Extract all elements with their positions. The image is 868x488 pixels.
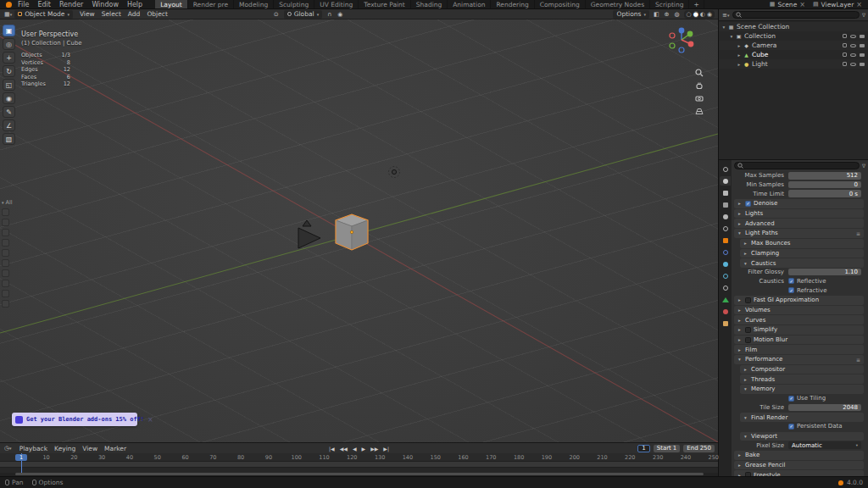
outliner-row-camera[interactable]: ▸◆Camera [719,41,868,50]
left-list-item[interactable] [2,259,9,267]
hide-eye-icon[interactable] [850,63,856,66]
expand-caret-icon[interactable]: ▾ [728,34,735,39]
outliner-search-input[interactable] [732,11,860,19]
workspace-tab-scripting[interactable]: Scripting [650,0,689,8]
gizmo-z-neg[interactable] [679,47,684,53]
expand-caret-icon[interactable]: ▸ [736,43,743,48]
banner-close-icon[interactable]: × [147,416,153,424]
expand-caret-icon[interactable]: ▸ [743,377,748,382]
value-field[interactable]: 0 [788,181,861,189]
panel-freestyle[interactable]: ▸Freestyle [734,470,864,476]
expand-caret-icon[interactable]: ▸ [737,337,743,342]
panel-performance[interactable]: ▾Performance≡ [734,355,864,364]
properties-tab-material[interactable] [720,307,731,316]
panel-checkbox[interactable] [745,337,751,343]
outliner-row-scene-collection[interactable]: ▾▦Scene Collection [719,22,868,31]
panel-simplify[interactable]: ▸Simplify [734,325,864,335]
expand-caret-icon[interactable]: ▸ [737,318,743,323]
pan-hand-icon[interactable] [695,81,704,90]
shading-material-icon[interactable]: ◐ [700,11,705,18]
properties-tab-object-data[interactable] [720,295,731,304]
checkbox[interactable]: ✓ [788,287,794,293]
panel-volumes[interactable]: ▸Volumes [734,306,864,315]
view-layer-selector[interactable]: ▤ ViewLayer × [813,1,862,8]
tool-add-cube[interactable]: ▧ [3,133,15,145]
value-field[interactable]: 512 [788,172,861,180]
workspace-tab-compositing[interactable]: Compositing [535,0,586,8]
gizmo-x-axis[interactable] [688,42,694,47]
panel-film[interactable]: ▸Film [734,345,864,354]
viewport-canvas[interactable]: ▣◎+↻◱◉✎∠▧ User Perspective (1) Collectio… [0,19,718,442]
chevron-down-icon[interactable]: ▾ [2,200,4,205]
options-dropdown[interactable]: Options ▾ [613,10,648,19]
gizmo-z-axis[interactable] [679,28,685,34]
properties-tab-scene[interactable] [720,212,731,221]
panel-checkbox[interactable]: ✓ [745,201,751,207]
preset-menu-icon[interactable]: ≡ [856,230,860,236]
gizmos-toggle-icon[interactable]: ⊕ [664,11,670,18]
properties-tab-view-layer[interactable] [720,200,731,209]
workspace-tab-texture-paint[interactable]: Texture Paint [359,0,410,8]
left-list-item[interactable] [2,219,9,226]
left-list-item[interactable] [2,290,9,297]
navigation-gizmo[interactable] [666,25,697,58]
expand-caret-icon[interactable]: ▸ [737,221,743,226]
outliner-row-cube[interactable]: ▸▲Cube [719,50,868,59]
left-list-item[interactable] [2,208,9,216]
editor-type-icon[interactable]: ▦▾ [3,11,13,18]
value-field[interactable]: 2048 [788,404,861,412]
timeline-tracks[interactable] [0,462,718,473]
checkbox[interactable]: ✓ [788,424,794,430]
proportional-editing-icon[interactable]: ◉ [337,11,343,18]
preset-menu-icon[interactable]: ≡ [856,357,860,363]
menu-help[interactable]: Help [123,0,147,8]
panel-bake[interactable]: ▸Bake [734,451,864,460]
jump-to-start-button[interactable]: |◀ [327,446,337,452]
panel-caustics[interactable]: ▾Caustics [740,258,864,268]
panel-max-bounces[interactable]: ▸Max Bounces [740,239,864,248]
frame-end-field[interactable]: End 250 [683,445,715,452]
expand-caret-icon[interactable]: ▸ [737,327,743,332]
perspective-toggle-icon[interactable] [695,107,704,115]
exclude-checkbox[interactable] [843,62,847,66]
panel-motion-blur[interactable]: ▸Motion Blur [734,336,864,345]
zoom-icon[interactable] [695,69,704,77]
expand-caret-icon[interactable]: ▸ [736,53,743,58]
hide-eye-icon[interactable] [850,35,856,38]
filter-icon[interactable]: ∇ [862,163,865,169]
panel-threads[interactable]: ▸Threads [740,374,864,384]
expand-caret-icon[interactable]: ▸ [737,211,743,216]
properties-tab-render[interactable] [720,176,731,186]
left-list-item[interactable] [2,280,9,287]
outliner-row-collection[interactable]: ▾▣Collection [719,31,868,41]
expand-caret-icon[interactable]: ▸ [737,473,743,476]
tool-move[interactable]: + [3,52,15,64]
expand-caret-icon[interactable]: ▸ [737,297,743,302]
viewport-menu-view[interactable]: View [76,10,98,18]
properties-tab-constraints[interactable] [720,283,731,292]
left-list-item[interactable] [2,249,9,257]
workspace-tab-layout[interactable]: Layout [155,0,188,8]
expand-caret-icon[interactable]: ▸ [737,308,743,313]
snap-magnet-icon[interactable]: ∩ [326,11,332,18]
viewport-menu-add[interactable]: Add [125,10,144,18]
exclude-checkbox[interactable] [843,34,847,38]
properties-tab-modifiers[interactable] [720,247,731,257]
panel-denoise[interactable]: ▸✓Denoise [734,199,864,208]
left-list-item[interactable] [2,239,9,247]
properties-search-input[interactable] [734,162,860,169]
workspace-tab-rendering[interactable]: Rendering [491,0,534,8]
properties-editor[interactable]: ∇ Max Samples512Min Samples0Time Limit0 … [719,160,868,476]
menu-window[interactable]: Window [87,0,123,8]
shading-solid-icon[interactable]: ● [693,11,698,18]
blender-logo-icon[interactable] [3,0,14,8]
play-button[interactable]: ▶ [360,446,368,452]
current-frame-field[interactable]: 1 [637,445,649,452]
tool-select-box[interactable]: ▣ [3,25,15,36]
panel-checkbox[interactable] [745,327,751,333]
properties-tab-physics[interactable] [720,271,731,280]
properties-tab-tool[interactable] [720,164,731,174]
outliner-editor-icon[interactable]: ≡▾ [721,12,730,19]
expand-caret-icon[interactable]: ▸ [737,463,743,468]
panel-memory[interactable]: ▾Memory [740,385,864,394]
